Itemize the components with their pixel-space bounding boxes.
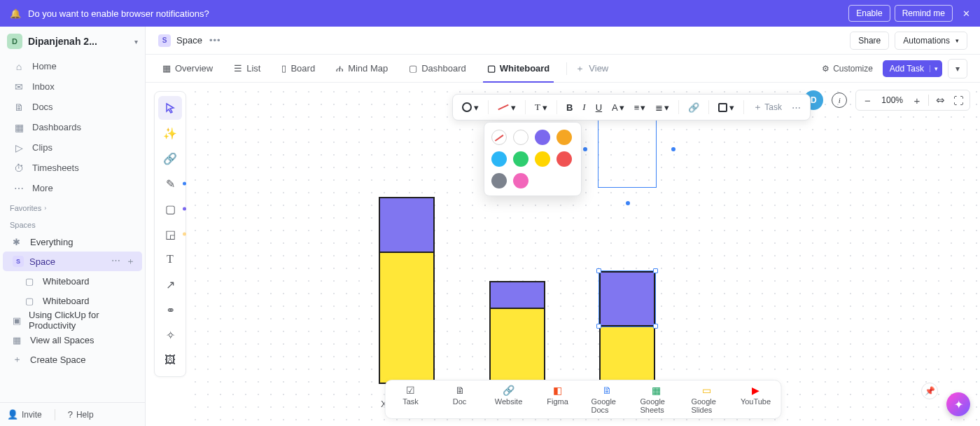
sidebar-item-using-clickup[interactable]: ▣Using ClickUp for Productivity: [3, 310, 142, 330]
chart-bar[interactable]: [379, 197, 435, 384]
tab-whiteboard[interactable]: ▢Whiteboard: [483, 55, 554, 83]
tool-text[interactable]: T: [158, 247, 182, 271]
bar-segment-yellow[interactable]: [379, 253, 435, 384]
sidebar-item-whiteboard[interactable]: ▢Whiteboard: [3, 291, 142, 310]
chart-bar[interactable]: [489, 281, 545, 384]
whiteboard-canvas[interactable]: X axis label 1 X axis label 2 X axis lab…: [186, 83, 980, 426]
shape-frame-button[interactable]: ▾: [715, 100, 738, 115]
selection-handle[interactable]: [653, 324, 658, 329]
more-icon[interactable]: ⋯: [111, 255, 120, 268]
ai-fab-button[interactable]: ✦: [946, 392, 970, 416]
selection-handle[interactable]: [626, 201, 630, 205]
zoom-in-button[interactable]: +: [910, 95, 924, 106]
color-swatch-none[interactable]: [491, 130, 507, 145]
share-button[interactable]: Share: [850, 32, 889, 50]
color-swatch[interactable]: [513, 151, 528, 167]
tool-ai[interactable]: ✨: [158, 121, 182, 145]
tab-dashboard[interactable]: ▢Dashboard: [405, 55, 470, 83]
tab-mindmap[interactable]: ሐMind Map: [332, 55, 392, 83]
selection-handle[interactable]: [596, 268, 601, 273]
underline-button[interactable]: U: [592, 100, 606, 115]
nav-more[interactable]: ⋯More: [3, 178, 142, 198]
bar-segment-yellow[interactable]: [599, 327, 655, 384]
bar-segment-purple[interactable]: [379, 197, 435, 253]
selection-handle[interactable]: [671, 147, 676, 151]
overflow-button[interactable]: ▾: [948, 59, 967, 78]
color-swatch[interactable]: [535, 130, 550, 145]
color-swatch[interactable]: [556, 130, 572, 145]
bar-segment-yellow[interactable]: [489, 309, 545, 384]
automations-button[interactable]: Automations▾: [895, 32, 967, 50]
sidebar-item-everything[interactable]: ✱Everything: [3, 232, 142, 252]
italic-button[interactable]: I: [579, 99, 589, 115]
dock-youtube[interactable]: ▶YouTube: [741, 385, 771, 414]
tool-connector[interactable]: ↗: [158, 273, 182, 296]
sidebar-item-whiteboard[interactable]: ▢Whiteboard: [3, 271, 142, 291]
fullscreen-button[interactable]: ⛶: [951, 95, 965, 106]
dock-google-docs[interactable]: 🗎Google Docs: [592, 385, 622, 414]
color-swatch[interactable]: [513, 130, 528, 145]
nav-clips[interactable]: ▷Clips: [3, 137, 142, 158]
bold-button[interactable]: B: [563, 100, 576, 115]
dock-google-sheets[interactable]: ▦Google Sheets: [640, 385, 673, 414]
color-swatch[interactable]: [491, 151, 507, 167]
nav-inbox[interactable]: ✉Inbox: [3, 76, 142, 97]
more-button[interactable]: ⋯: [788, 100, 804, 115]
bar-segment-purple[interactable]: [599, 271, 655, 327]
fill-color-button[interactable]: ▾: [458, 100, 482, 115]
tab-overview[interactable]: ▦Overview: [158, 55, 217, 83]
zoom-out-button[interactable]: −: [860, 95, 874, 106]
text-color-button[interactable]: A▾: [608, 100, 628, 115]
add-task-button[interactable]: Add Task▾: [883, 60, 942, 77]
color-swatch[interactable]: [513, 173, 528, 188]
more-icon[interactable]: •••: [209, 35, 221, 46]
tab-add-view[interactable]: ＋View: [571, 55, 612, 83]
customize-button[interactable]: ⚙Customize: [822, 64, 873, 74]
list-button[interactable]: ≣▾: [652, 100, 673, 115]
text-style-button[interactable]: T▾: [531, 99, 551, 115]
tool-image[interactable]: 🖼: [158, 348, 182, 372]
invite-button[interactable]: 👤Invite: [7, 409, 42, 420]
stroke-color-button[interactable]: ▾: [494, 100, 519, 115]
plus-icon[interactable]: ＋: [126, 255, 135, 268]
selection-handle[interactable]: [583, 147, 587, 151]
info-icon[interactable]: i: [832, 92, 847, 108]
tool-select[interactable]: [158, 96, 182, 120]
tool-link[interactable]: 🔗: [158, 146, 182, 170]
pin-dock-button[interactable]: 📌: [921, 383, 938, 399]
link-button[interactable]: 🔗: [685, 100, 703, 115]
add-task-quick[interactable]: ＋Task: [750, 99, 785, 116]
dock-task[interactable]: ☑Task: [396, 385, 426, 414]
enable-button[interactable]: Enable: [848, 5, 890, 22]
nav-dashboards[interactable]: ▦Dashboards: [3, 117, 142, 137]
tool-magic[interactable]: ✧: [158, 323, 182, 347]
close-icon[interactable]: ✕: [962, 8, 970, 19]
color-swatch[interactable]: [535, 151, 550, 167]
tool-sticky[interactable]: ◲: [158, 222, 182, 246]
color-swatch[interactable]: [491, 173, 507, 188]
dock-doc[interactable]: 🗎Doc: [444, 385, 475, 414]
color-swatch[interactable]: [556, 151, 572, 167]
tool-shapes[interactable]: ▢: [158, 197, 182, 221]
sidebar-item-space[interactable]: S Space ⋯＋: [3, 252, 142, 271]
sidebar-item-view-all-spaces[interactable]: ▦View all Spaces: [3, 330, 142, 350]
bar-segment-purple[interactable]: [489, 281, 545, 309]
tab-list[interactable]: ☰List: [230, 55, 265, 83]
help-button[interactable]: ?Help: [68, 409, 94, 420]
selection-handle[interactable]: [653, 268, 658, 273]
nav-timesheets[interactable]: ⏱Timesheets: [3, 158, 142, 178]
align-button[interactable]: ≡▾: [631, 100, 650, 115]
fit-width-button[interactable]: ⇔: [933, 94, 947, 106]
dock-google-slides[interactable]: ▭Google Slides: [691, 385, 722, 414]
tool-pen[interactable]: ✎: [158, 172, 182, 195]
nav-home[interactable]: ⌂Home: [3, 56, 142, 76]
dock-figma[interactable]: ◧Figma: [542, 385, 573, 414]
tool-graph[interactable]: ⚭: [158, 298, 182, 322]
favorites-section[interactable]: Favorites›: [0, 198, 145, 215]
spaces-section[interactable]: Spaces: [0, 215, 145, 232]
dock-website[interactable]: 🔗Website: [493, 385, 524, 414]
remind-button[interactable]: Remind me: [895, 5, 953, 22]
chart-bar-selected[interactable]: [599, 271, 655, 384]
tab-board[interactable]: ▯Board: [277, 55, 319, 83]
nav-docs[interactable]: 🗎Docs: [3, 97, 142, 117]
